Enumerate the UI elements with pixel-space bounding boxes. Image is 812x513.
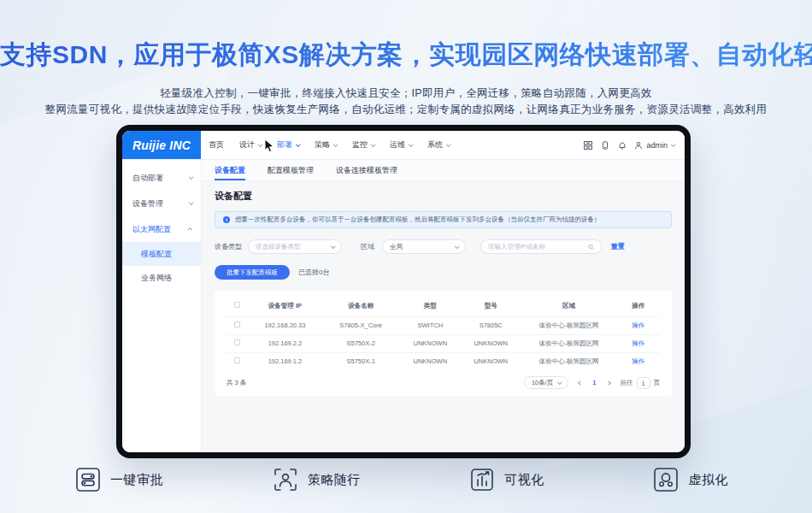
cell-region: 体验中心-极简园区网	[521, 352, 617, 370]
feature-label: 一键审批	[110, 472, 163, 488]
table-row: 192.168.20.33 S7805-X_Core SWITCH S7805C…	[227, 316, 660, 334]
tab-device-config[interactable]: 设备配置	[215, 160, 245, 180]
topbar-right: admin	[583, 140, 685, 150]
prev-page-button[interactable]	[576, 379, 585, 387]
batch-deploy-template-button[interactable]: 批量下发配置模板	[215, 265, 290, 280]
search-field[interactable]	[480, 239, 602, 254]
cell-ip: 192.168.20.33	[248, 316, 321, 334]
cell-model: S7805C	[461, 316, 521, 334]
cell-ip: 192.169.1.2	[248, 352, 321, 370]
row-checkbox[interactable]	[234, 321, 240, 327]
feature-one-click-approval: 一键审批	[75, 467, 163, 492]
page-size-select[interactable]: 10条/页	[524, 376, 568, 389]
total-count: 共 3 条	[227, 379, 246, 387]
sidebar-item-auto-deploy[interactable]: 自动部署	[122, 165, 201, 191]
row-action-link[interactable]: 操作	[632, 321, 644, 329]
table-header-row: 设备管理 IP 设备名称 类型 型号 区域 操作	[227, 296, 660, 316]
col-header-action: 操作	[616, 296, 660, 316]
col-header-type: 类型	[400, 296, 461, 316]
tab-device-connection-template-mgmt[interactable]: 设备连接模板管理	[336, 160, 397, 180]
nav-item-system[interactable]: 系统	[420, 139, 457, 150]
cell-region: 体验中心-极简园区网	[521, 316, 617, 334]
row-checkbox[interactable]	[234, 339, 240, 345]
row-action-link[interactable]: 操作	[632, 339, 644, 347]
col-header-name: 设备名称	[322, 296, 400, 316]
region-select[interactable]: 全局	[382, 239, 466, 254]
select-all-checkbox[interactable]	[234, 302, 240, 308]
main-nav: 首页 设计 部署 策略 监控 运维 系统	[201, 131, 457, 159]
current-page-number[interactable]: 1	[592, 379, 596, 386]
sidebar-item-business-network[interactable]: 业务网络	[122, 266, 201, 290]
virtualization-icon	[653, 467, 679, 492]
device-table: 设备管理 IP 设备名称 类型 型号 区域 操作	[227, 296, 660, 370]
one-click-approval-icon	[75, 467, 101, 492]
sidebar-item-ethernet-config[interactable]: 以太网配置	[122, 216, 201, 242]
device-type-select[interactable]: 请选择设备类型	[248, 239, 342, 254]
grid-apps-icon[interactable]	[583, 140, 592, 150]
chevron-down-icon	[371, 142, 376, 147]
hero-subtitle-line1: 轻量级准入控制，一键审批，终端接入快速且安全；IP即用户，全网迁移，策略自动跟随…	[0, 86, 812, 101]
goto-page-input[interactable]: 1	[637, 377, 650, 389]
laptop-frame: Ruijie INC 首页 设计 部署 策略 监控 运维 系统	[116, 125, 691, 458]
sidebar-item-device-mgmt[interactable]: 设备管理	[122, 191, 201, 216]
next-page-button[interactable]	[604, 379, 613, 387]
cell-type: UNKNOWN	[400, 352, 461, 370]
row-action-link[interactable]: 操作	[632, 357, 644, 365]
cell-name: S5750X-1	[322, 352, 400, 370]
chevron-down-icon	[296, 142, 301, 147]
feature-strip: 一键审批 策略随行 可视化	[0, 467, 812, 492]
search-icon	[588, 244, 594, 251]
main-panel: 设备配置 配置模板管理 设备连接模板管理 设备配置 i 想要一次性配置多台设备，…	[202, 160, 685, 452]
chevron-down-icon	[258, 142, 263, 147]
chevron-right-icon	[606, 380, 611, 386]
device-type-label: 设备类型	[215, 242, 242, 251]
user-menu[interactable]: admin	[634, 141, 674, 150]
cell-name: S7805-X_Core	[322, 316, 400, 334]
sidebar: 自动部署 设备管理 以太网配置 模板配置 业务网络	[122, 160, 202, 452]
chevron-down-icon	[333, 142, 338, 147]
feature-label: 策略随行	[308, 472, 361, 488]
filter-bar: 设备类型 请选择设备类型 区域 全局	[215, 239, 672, 254]
hero-subtitle-line2: 整网流量可视化，提供快速故障定位手段，快速恢复生产网络，自动化运维；定制专属的虚…	[0, 103, 812, 117]
feature-label: 可视化	[504, 472, 544, 488]
info-banner-text: 想要一次性配置多台设备，你可以基于一台设备创建配置模板，然后将配置模板下发到多台…	[235, 215, 601, 224]
nav-item-policy[interactable]: 策略	[307, 139, 344, 150]
goto-page: 前往 1 页	[621, 377, 661, 389]
app-body: 自动部署 设备管理 以太网配置 模板配置 业务网络 设备配置 配置模板管理 设备…	[122, 160, 685, 452]
nav-item-monitor[interactable]: 监控	[344, 139, 382, 150]
username: admin	[646, 141, 668, 150]
page-title: 设备配置	[215, 190, 672, 203]
page-content: 设备配置 i 想要一次性配置多台设备，你可以基于一台设备创建配置模板，然后将配置…	[202, 181, 685, 452]
hero-title: 支持SDN，应用于极简XS解决方案，实现园区网络快速部署、自动化轻松运维	[0, 38, 812, 73]
nav-item-home[interactable]: 首页	[201, 139, 232, 150]
reset-button[interactable]: 重置	[611, 242, 625, 251]
nav-item-operations[interactable]: 运维	[382, 139, 420, 150]
info-banner: i 想要一次性配置多台设备，你可以基于一台设备创建配置模板，然后将配置模板下发到…	[215, 211, 672, 228]
chevron-up-icon	[187, 227, 192, 233]
device-icon[interactable]	[600, 140, 609, 150]
search-input[interactable]	[488, 243, 584, 251]
chevron-down-icon	[455, 244, 460, 249]
top-navbar: Ruijie INC 首页 设计 部署 策略 监控 运维 系统	[122, 131, 685, 160]
chevron-down-icon	[189, 200, 194, 205]
col-header-ip: 设备管理 IP	[248, 296, 321, 316]
visualization-icon	[469, 467, 495, 492]
action-bar: 批量下发配置模板 已选择0台	[215, 265, 672, 280]
table-row: 192.169.1.2 S5750X-1 UNKNOWN UNKNOWN 体验中…	[227, 352, 660, 370]
tab-bar: 设备配置 配置模板管理 设备连接模板管理	[202, 160, 685, 181]
cell-type: UNKNOWN	[400, 334, 461, 352]
chevron-down-icon	[331, 244, 336, 249]
sidebar-item-template-config[interactable]: 模板配置	[122, 242, 201, 266]
app-window: Ruijie INC 首页 设计 部署 策略 监控 运维 系统	[122, 131, 685, 452]
feature-visualization: 可视化	[469, 467, 544, 492]
alarm-bell-icon[interactable]	[617, 140, 627, 150]
feature-virtualization: 虚拟化	[653, 467, 728, 492]
row-checkbox[interactable]	[234, 357, 240, 363]
col-header-region: 区域	[521, 296, 617, 316]
selected-count: 已选择0台	[298, 268, 329, 277]
mouse-cursor	[264, 139, 275, 153]
cell-type: SWITCH	[400, 316, 461, 334]
tab-config-template-mgmt[interactable]: 配置模板管理	[268, 160, 314, 180]
device-table-card: 设备管理 IP 设备名称 类型 型号 区域 操作	[215, 291, 672, 396]
table-row: 192.169.2.2 S5750X-2 UNKNOWN UNKNOWN 体验中…	[227, 334, 660, 352]
